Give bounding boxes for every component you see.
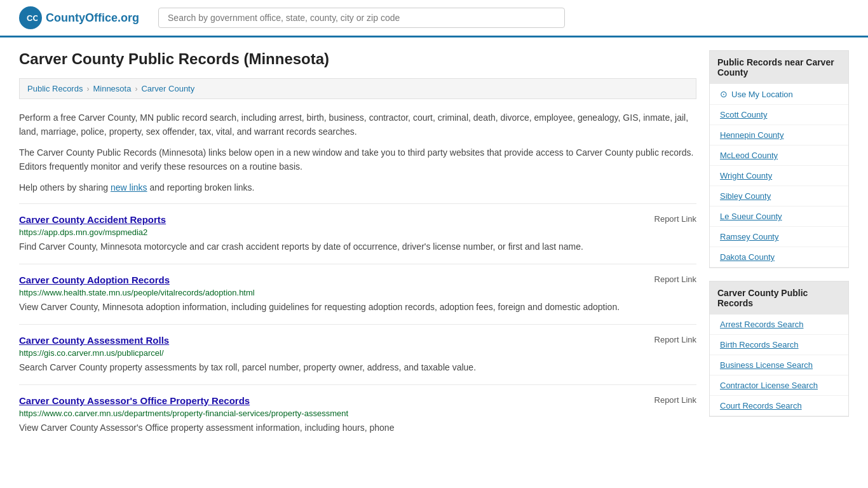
content-area: Carver County Public Records (Minnesota)… — [19, 50, 696, 445]
record-url[interactable]: https://www.co.carver.mn.us/departments/… — [19, 409, 696, 418]
record-desc: View Carver County Assessor's Office pro… — [19, 421, 696, 435]
new-links-link[interactable]: new links — [111, 182, 147, 193]
nearby-section-header: Public Records near Carver County — [710, 51, 848, 84]
record-title[interactable]: Carver County Assessor's Office Property… — [19, 395, 250, 406]
desc3-pre: Help others by sharing — [19, 182, 111, 193]
sidebar-item-wright-county[interactable]: Wright County — [710, 166, 848, 186]
record-entry: Carver County Assessor's Office Property… — [19, 384, 696, 445]
sidebar-item-business-license[interactable]: Business License Search — [710, 355, 848, 376]
logo-text: CountyOffice.org — [46, 11, 139, 25]
sidebar-item-birth-records[interactable]: Birth Records Search — [710, 335, 848, 355]
record-entry: Carver County Accident Reports Report Li… — [19, 203, 696, 264]
description-para-1: Perform a free Carver County, MN public … — [19, 111, 696, 139]
breadcrumb: Public Records › Minnesota › Carver Coun… — [19, 78, 696, 99]
records-list: Carver County Accident Reports Report Li… — [19, 203, 696, 445]
report-link[interactable]: Report Link — [654, 274, 696, 284]
report-link[interactable]: Report Link — [654, 335, 696, 344]
sidebar-item-hennepin-county[interactable]: Hennepin County — [710, 125, 848, 146]
sidebar: Public Records near Carver County ⊙ Use … — [709, 50, 849, 445]
sidebar-item-ramsey-county[interactable]: Ramsey County — [710, 227, 848, 247]
breadcrumb-minnesota[interactable]: Minnesota — [93, 84, 131, 93]
record-title[interactable]: Carver County Adoption Records — [19, 274, 170, 285]
breadcrumb-sep-1: › — [86, 85, 89, 93]
report-link[interactable]: Report Link — [654, 395, 696, 405]
report-link[interactable]: Report Link — [654, 214, 696, 224]
breadcrumb-public-records[interactable]: Public Records — [27, 84, 83, 93]
breadcrumb-sep-2: › — [135, 85, 137, 93]
record-entry: Carver County Assessment Rolls Report Li… — [19, 324, 696, 384]
use-my-location-link[interactable]: ⊙ Use My Location — [710, 84, 848, 105]
main-container: Carver County Public Records (Minnesota)… — [0, 37, 868, 458]
description-para-3: Help others by sharing new links and rep… — [19, 180, 696, 194]
sidebar-item-contractor-license[interactable]: Contractor License Search — [710, 376, 848, 396]
logo-name: CountyOffice — [46, 11, 118, 24]
nearby-section: Public Records near Carver County ⊙ Use … — [709, 50, 849, 268]
carver-records-section: Carver County Public Records Arrest Reco… — [709, 281, 849, 417]
record-desc: View Carver County, Minnesota adoption i… — [19, 301, 696, 314]
record-entry: Carver County Adoption Records Report Li… — [19, 264, 696, 324]
description-para-2: The Carver County Public Records (Minnes… — [19, 146, 696, 174]
sidebar-item-scott-county[interactable]: Scott County — [710, 105, 848, 125]
record-header: Carver County Accident Reports Report Li… — [19, 214, 696, 225]
record-header: Carver County Assessment Rolls Report Li… — [19, 335, 696, 346]
sidebar-item-dakota-county[interactable]: Dakota County — [710, 247, 848, 268]
record-header: Carver County Adoption Records Report Li… — [19, 274, 696, 285]
record-url[interactable]: https://www.health.state.mn.us/people/vi… — [19, 288, 696, 297]
use-my-location-label: Use My Location — [731, 90, 793, 99]
desc3-post: and reporting broken links. — [147, 182, 255, 193]
record-desc: Search Carver County property assessment… — [19, 361, 696, 374]
svg-text:CO: CO — [27, 13, 37, 23]
carver-section-header: Carver County Public Records — [710, 281, 848, 315]
breadcrumb-carver-county[interactable]: Carver County — [141, 84, 194, 93]
sidebar-item-sibley-county[interactable]: Sibley County — [710, 186, 848, 207]
sidebar-item-arrest-records[interactable]: Arrest Records Search — [710, 315, 848, 335]
record-header: Carver County Assessor's Office Property… — [19, 395, 696, 406]
page-title: Carver County Public Records (Minnesota) — [19, 50, 696, 68]
header: CO CountyOffice.org — [0, 0, 868, 37]
record-title[interactable]: Carver County Accident Reports — [19, 214, 166, 225]
sidebar-item-court-records[interactable]: Court Records Search — [710, 396, 848, 416]
record-url[interactable]: https://app.dps.mn.gov/mspmedia2 — [19, 227, 696, 237]
search-input[interactable] — [158, 8, 565, 28]
record-url[interactable]: https://gis.co.carver.mn.us/publicparcel… — [19, 348, 696, 358]
sidebar-item-le-sueur-county[interactable]: Le Sueur County — [710, 207, 848, 227]
logo[interactable]: CO CountyOffice.org — [19, 6, 139, 29]
location-icon: ⊙ — [720, 89, 728, 99]
logo-icon: CO — [19, 6, 42, 29]
logo-org: .org — [118, 11, 139, 24]
record-desc: Find Carver County, Minnesota motorcycle… — [19, 240, 696, 254]
page-description: Perform a free Carver County, MN public … — [19, 111, 696, 194]
sidebar-item-mcleod-county[interactable]: McLeod County — [710, 146, 848, 166]
record-title[interactable]: Carver County Assessment Rolls — [19, 335, 169, 346]
